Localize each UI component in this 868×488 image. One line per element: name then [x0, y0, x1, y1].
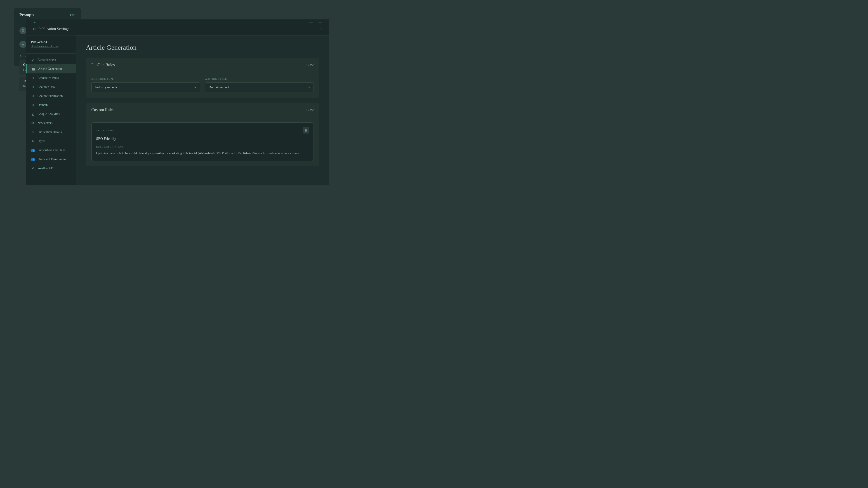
sidebar-item-publication-details[interactable]: ⌂ Publication Details — [26, 128, 76, 137]
audience-type-label: AUDIENCE TYPE — [91, 77, 200, 80]
sidebar-item-label-associated-press: Associated Press — [37, 76, 59, 80]
sidebar-item-styles[interactable]: ✎ Styles — [26, 137, 76, 146]
pubgen-rules-close[interactable]: Close — [307, 63, 314, 67]
chatbot-publication-icon: ⊟ — [31, 94, 35, 98]
sidebar-item-label-chatbot-cms: Chatbot CMS — [37, 85, 55, 89]
weather-icon: ☀ — [31, 166, 35, 170]
sidebar-item-label-chatbot-publication: Chatbot Publication — [37, 94, 63, 98]
sidebar-item-google-analytics[interactable]: ◰ Google Analytics — [26, 109, 76, 119]
sidebar-item-chatbot-publication[interactable]: ⊟ Chatbot Publication — [26, 92, 76, 101]
background-panel-edit[interactable]: Edit — [70, 13, 75, 17]
modal-title: Publication Settings — [38, 27, 69, 31]
custom-rules-close[interactable]: Close — [307, 108, 314, 112]
sidebar-item-label-styles: Styles — [37, 139, 45, 143]
custom-rules-header: Custom Rules Close — [86, 103, 319, 117]
delete-rule-button[interactable]: 🗑 — [303, 127, 309, 133]
modal-header-left: ⚙ Publication Settings — [33, 27, 69, 31]
sidebar-org-url[interactable]: https://www.sho-site.com — [31, 44, 71, 48]
sidebar-item-users-permissions[interactable]: 👥 Users and Permissions — [26, 155, 76, 164]
custom-rule-card-header: *RULE NAME 🗑 — [96, 127, 309, 133]
writing-style-arrow: ▾ — [308, 86, 310, 89]
writing-style-select[interactable]: Domain expert ▾ — [205, 83, 314, 92]
sidebar-item-label-weather: Weather API — [37, 166, 54, 170]
sidebar-item-label-publication-details: Publication Details — [37, 130, 62, 134]
subscribers-icon: 👥 — [31, 148, 35, 152]
chatbot-cms-icon: ⊟ — [31, 85, 35, 89]
pubgen-rules-title: PubGen Rules — [91, 63, 115, 67]
sidebar-item-chatbot-cms[interactable]: ⊟ Chatbot CMS — [26, 83, 76, 92]
pubgen-rules-section: PubGen Rules Close AUDIENCE TYPE Industr… — [86, 58, 319, 98]
custom-rules-title: Custom Rules — [91, 107, 114, 112]
settings-sidebar: PubGen AI https://www.sho-site.com ◎ Adv… — [26, 35, 76, 185]
modal-body: PubGen AI https://www.sho-site.com ◎ Adv… — [26, 35, 329, 185]
sidebar-item-advertisement[interactable]: ◎ Advertisement — [26, 55, 76, 64]
sidebar-org: PubGen AI https://www.sho-site.com — [26, 40, 76, 52]
sidebar-divider — [26, 53, 76, 54]
publication-settings-modal: ⚙ Publication Settings × PubGen AI https… — [26, 23, 329, 185]
sidebar-item-label-advertisement: Advertisement — [37, 58, 56, 62]
delete-icon: 🗑 — [305, 129, 307, 132]
background-panel-header: Prompts Edit — [14, 8, 81, 21]
sidebar-org-name: PubGen AI — [31, 40, 71, 44]
rule-name-value: SEO Friendly — [96, 137, 309, 141]
menu-icon-1: ☰ — [20, 27, 27, 34]
custom-rules-body: *RULE NAME 🗑 SEO Friendly RULE DESCRIPTI… — [86, 117, 319, 166]
styles-icon: ✎ — [31, 139, 35, 143]
sidebar-item-article-generation[interactable]: ▤ Article Generation — [26, 64, 76, 73]
article-generation-icon: ▤ — [31, 67, 35, 71]
domain-icon: ⊟ — [31, 103, 35, 107]
sidebar-item-subscribers-plans[interactable]: 👥 Subscribers and Plans — [26, 146, 76, 155]
writing-style-field: WRITING STYLE Domain expert ▾ — [205, 77, 314, 92]
modal-close-button[interactable]: × — [320, 27, 323, 31]
sidebar-item-domain[interactable]: ⊟ Domain — [26, 101, 76, 109]
writing-style-value: Domain expert — [209, 86, 229, 89]
audience-type-value: Industry experts — [95, 86, 117, 89]
newsletters-icon: ✉ — [31, 121, 35, 125]
writing-style-label: WRITING STYLE — [205, 77, 314, 80]
main-content-area: Article Generation PubGen Rules Close AU… — [76, 35, 329, 185]
sidebar-item-label-google-analytics: Google Analytics — [37, 112, 60, 116]
modal-header: ⚙ Publication Settings × — [26, 23, 329, 35]
audience-type-select[interactable]: Industry experts ▾ — [91, 83, 200, 92]
associated-press-icon: ⊟ — [31, 76, 35, 80]
page-title: Article Generation — [86, 43, 319, 51]
google-analytics-icon: ◰ — [31, 112, 35, 116]
pubgen-rules-fields: AUDIENCE TYPE Industry experts ▾ WRITING… — [91, 77, 314, 92]
publication-details-icon: ⌂ — [31, 130, 35, 134]
sidebar-item-label-users: Users and Permissions — [37, 158, 66, 161]
pubgen-rules-body: AUDIENCE TYPE Industry experts ▾ WRITING… — [86, 72, 319, 98]
menu-icon-2: ☰ — [20, 41, 27, 48]
gear-icon: ⚙ — [33, 27, 36, 31]
audience-type-field: AUDIENCE TYPE Industry experts ▾ — [91, 77, 200, 92]
sidebar-item-label-article-generation: Article Generation — [38, 67, 62, 71]
advertisement-icon: ◎ — [31, 58, 35, 62]
sidebar-item-label-domain: Domain — [37, 103, 48, 107]
rule-desc-value: Optimize the article to be as SEO friend… — [96, 151, 309, 156]
pubgen-rules-header: PubGen Rules Close — [86, 58, 319, 72]
sidebar-item-associated-press[interactable]: ⊟ Associated Press — [26, 73, 76, 83]
rule-name-label: *RULE NAME — [96, 129, 114, 132]
rule-desc-label: RULE DESCRIPTION — [96, 145, 309, 148]
users-icon: 👥 — [31, 157, 35, 161]
sidebar-item-newsletters[interactable]: ✉ Newsletters — [26, 119, 76, 128]
background-panel-title: Prompts — [20, 13, 34, 18]
audience-type-arrow: ▾ — [195, 86, 196, 89]
custom-rules-section: Custom Rules Close *RULE NAME 🗑 SEO Frie… — [86, 103, 319, 166]
custom-rule-card-seo: *RULE NAME 🗑 SEO Friendly RULE DESCRIPTI… — [91, 123, 314, 161]
sidebar-item-label-subscribers: Subscribers and Plans — [37, 149, 65, 152]
sidebar-item-label-newsletters: Newsletters — [37, 121, 53, 125]
sidebar-item-weather-api[interactable]: ☀ Weather API — [26, 164, 76, 173]
